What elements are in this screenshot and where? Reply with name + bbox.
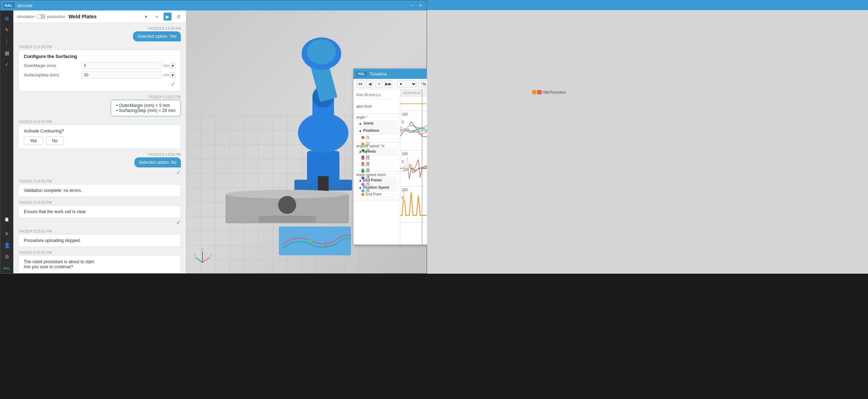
yes-button[interactable]: Yes — [24, 136, 43, 145]
svg-text:Z: Z — [201, 248, 203, 251]
header-reset-btn[interactable]: ↺ — [174, 13, 182, 21]
form-row-outer-margin: OuterMargin (mm) mm ▾ — [24, 62, 175, 69]
minimize-button[interactable]: − — [409, 3, 415, 8]
svg-line-19 — [195, 257, 202, 263]
bottom-area — [0, 274, 868, 399]
svg-point-16 — [325, 245, 327, 247]
msg-group-3: 7/4/2024 5:14:53 PM • OuterMargin (mm) =… — [18, 95, 181, 116]
toggle-switch[interactable] — [36, 14, 46, 19]
svg-point-15 — [310, 240, 312, 242]
tl-angular-speed-label: angular speed °/s — [356, 144, 397, 148]
no-button[interactable]: No — [46, 136, 64, 145]
sim-prod-toggle[interactable]: simulation production — [17, 14, 66, 19]
tl-angular-speed-section: angular speed °/s ▲ Speeds J1 J2 J3 J4 — [353, 143, 400, 171]
work-cell-clear-card: Ensure that the work cell is clear — [18, 205, 181, 218]
tl-back-btn[interactable]: ⏮ — [356, 80, 364, 88]
tl-joints-header[interactable]: ▲ Joints — [356, 120, 397, 127]
activate-contouring-card: Activate Contouring? Yes No — [18, 125, 181, 149]
tl-alert-label: alert level — [356, 104, 372, 108]
production-label: production — [47, 14, 66, 19]
msg-timestamp-2: 7/4/2024 5:14:50 PM — [18, 45, 181, 49]
ep-dot — [361, 193, 364, 196]
surfacing-step-unit: mm — [163, 73, 169, 77]
procedure-badge: HALProcedure — [532, 90, 566, 94]
tl-j1-pos[interactable]: J1 — [356, 134, 397, 141]
sidebar-icon-settings[interactable]: ⚙ — [2, 252, 12, 262]
j2-speed-dot — [361, 163, 364, 166]
sidebar-icon-grid[interactable]: ▦ — [2, 48, 12, 58]
tl-endpoint-row[interactable]: End Point — [356, 191, 397, 198]
timeline-logo: HAL — [356, 72, 367, 76]
sidebar-icon-check[interactable]: ✓ — [2, 59, 12, 70]
msg-group-5: 7/4/2024 5:14:54 PM Selected option: No … — [18, 153, 181, 176]
sidebar-icon-hal[interactable]: HAL — [2, 263, 12, 273]
j1-speed-label: J1 — [366, 156, 370, 160]
tl-speed-select-1[interactable]: ▾°/smm/s — [397, 80, 417, 88]
chat-header: simulation production ▾ × ▶ ↺ — [13, 10, 186, 23]
app-logo: HAL — [3, 3, 14, 8]
validation-complete-card: Validation complete: no errors. — [18, 184, 181, 197]
tl-linear-speed-section: linear speed mm/s ▲ End Points ▲ Positio… — [353, 171, 400, 200]
sidebar-icon-close[interactable]: ✕ — [2, 229, 12, 239]
simulation-label: simulation — [17, 14, 35, 19]
surfacing-step-select-btn[interactable]: ▾ — [170, 72, 175, 78]
outer-margin-select-btn[interactable]: ▾ — [170, 63, 175, 69]
outer-margin-input[interactable] — [81, 62, 162, 69]
confirm-values-bubble: • OuterMargin (mm) = 5 mm• SurfacingStep… — [111, 100, 181, 116]
svg-point-12 — [278, 196, 296, 214]
tl-next-btn[interactable]: ▶▶ — [384, 80, 392, 88]
angular-speed-chart-label: 1000-100 — [402, 152, 409, 172]
timeline-channels-list: time 00:mm:s.s alert level angle ° ▲ Joi… — [353, 89, 400, 245]
tl-positions-header[interactable]: ▲ Positions — [356, 127, 397, 134]
ruler-mark-1: 00:00:20.00 — [403, 91, 420, 95]
svg-text:Y: Y — [194, 254, 196, 257]
tl-prev-btn[interactable]: ◀ — [366, 80, 374, 88]
tl-angle-section: angle ° ▲ Joints ▲ Positions J1 J2 J3 — [353, 114, 400, 143]
tl-add-btn[interactable]: + — [375, 80, 383, 88]
msg-selected-no: Selected option: No — [134, 157, 181, 167]
configure-surfacing-card: Configure the Surfacing OuterMargin (mm)… — [18, 50, 181, 91]
msg-timestamp-6: 7/4/2024 5:14:58 PM — [18, 179, 181, 183]
close-button[interactable]: × — [417, 3, 424, 8]
svg-line-17 — [202, 257, 210, 263]
surfacing-step-input[interactable] — [81, 71, 162, 79]
sidebar-icon-user[interactable]: 👤 — [2, 240, 12, 250]
header-play-btn[interactable]: ▶ — [164, 13, 172, 21]
sidebar-icon-nodes[interactable]: ⋮ — [2, 36, 12, 46]
tl-time-display: time 00:mm:s.s — [353, 91, 400, 99]
msg-group-4: 7/4/2024 5:14:53 PM Activate Contouring?… — [18, 120, 181, 149]
dropdown-arrow-btn[interactable]: ▾ — [142, 13, 150, 21]
right-panel-titlebar — [427, 0, 868, 10]
msg-group-9: 7/4/2024 5:15:01 PM The robot procedure … — [18, 251, 181, 273]
no-checkmark: ✓ — [176, 169, 181, 176]
msg-group-6: 7/4/2024 5:14:58 PM Validation complete:… — [18, 179, 181, 197]
sidebar-icon-calendar[interactable]: 📋 — [2, 214, 12, 224]
svg-point-7 — [307, 39, 336, 64]
sidebar-icon-layers[interactable]: ⊞ — [2, 13, 12, 23]
tl-time-value: time 00:mm:s.s — [356, 93, 381, 97]
right-panel — [427, 0, 868, 274]
tl-sep-1 — [395, 81, 395, 87]
workpiece-path — [275, 216, 355, 259]
title-bar-controls: − × — [409, 3, 424, 8]
linear-speed-chart-label: 2000 — [402, 188, 408, 200]
outer-margin-label: OuterMargin (mm) — [24, 63, 81, 68]
chat-messages: 7/4/2024 5:14:49 PM Selected option: Yes… — [13, 23, 186, 273]
tl-linear-speed-label: linear speed mm/s — [356, 173, 397, 177]
msg-timestamp-3: 7/4/2024 5:14:53 PM — [18, 95, 181, 99]
j3-speed-dot — [361, 170, 364, 173]
ep-label: End Point — [366, 192, 381, 196]
outer-margin-unit: mm — [163, 64, 169, 68]
procedure-label: HALProcedure — [542, 90, 566, 94]
form-row-surfacing-step: SurfacingStep (mm) mm ▾ — [24, 71, 175, 79]
svg-text:X: X — [210, 254, 212, 257]
form-confirm-checkmark[interactable]: ✓ — [171, 81, 175, 88]
msg-group-2: 7/4/2024 5:14:50 PM Configure the Surfac… — [18, 45, 181, 91]
msg-timestamp-5: 7/4/2024 5:14:54 PM — [18, 153, 181, 157]
msg-timestamp-8: 7/4/2024 5:15:01 PM — [18, 229, 181, 233]
msg-timestamp-7: 7/4/2024 5:14:59 PM — [18, 201, 181, 205]
sidebar-icon-pencil[interactable]: ✎ — [2, 25, 12, 35]
workflow-name-input[interactable] — [68, 14, 139, 19]
tl-angle-label: angle ° — [356, 115, 397, 119]
header-close-btn[interactable]: × — [153, 13, 161, 21]
